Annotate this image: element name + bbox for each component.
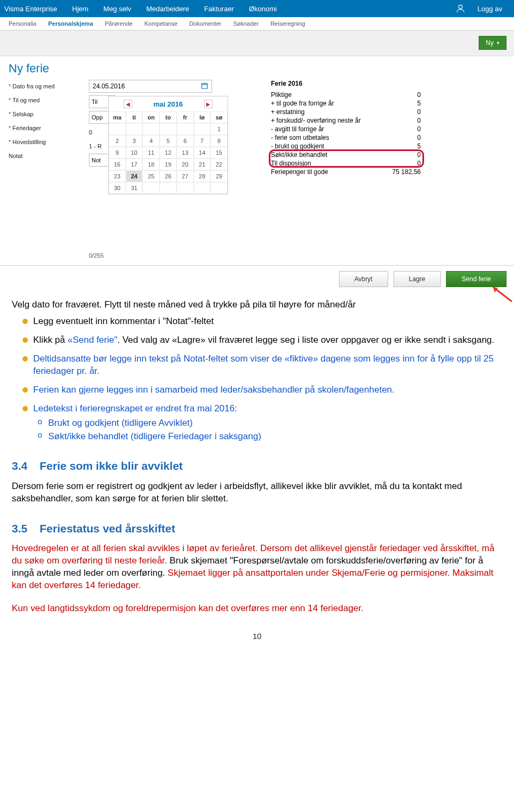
calendar-day (109, 123, 126, 135)
calendar-day[interactable]: 7 (194, 135, 211, 147)
calendar-day[interactable]: 20 (177, 159, 194, 170)
calendar-day[interactable]: 21 (194, 159, 211, 170)
calendar-day[interactable]: 27 (177, 170, 194, 182)
calendar-day[interactable]: 25 (142, 170, 160, 182)
top-nav: Visma Enterprise Hjem Meg selv Medarbeid… (0, 0, 514, 17)
subnav-personalia[interactable]: Personalia (9, 20, 36, 27)
calendar-day[interactable]: 3 (126, 135, 143, 147)
calendar-day[interactable]: 6 (177, 135, 194, 147)
subnav-dokumenter[interactable]: Dokumenter (190, 20, 222, 27)
calendar-day-head: ti (126, 111, 143, 123)
bullet-4: Ferien kan gjerne legges inn i samarbeid… (12, 384, 502, 396)
ferie-row: Til disposisjon0 (271, 159, 421, 168)
svg-point-0 (458, 5, 462, 9)
calendar-prev-icon[interactable]: ◀ (124, 100, 132, 108)
calendar-day[interactable]: 31 (126, 182, 143, 194)
calendar-day[interactable]: 5 (160, 135, 177, 147)
nav-logout[interactable]: Logg av (470, 0, 510, 17)
calendar-day-head: lø (194, 111, 211, 123)
button-row: Avbryt Lagre Send ferie (0, 266, 514, 292)
chevron-down-icon: ▾ (497, 40, 500, 46)
char-count: 0/255 (89, 252, 260, 259)
label-til-og: Til og med (9, 97, 78, 103)
calendar-grid[interactable]: mationtofrløsø12345678910111213141516171… (109, 111, 228, 194)
subnav-soknader[interactable]: Søknader (233, 20, 259, 27)
subnav-kompetanse[interactable]: Kompetanse (145, 20, 178, 27)
calendar-icon[interactable] (201, 82, 208, 91)
calendar-day[interactable]: 1 (210, 123, 228, 135)
subnav-reiseregning[interactable]: Reiseregning (270, 20, 305, 27)
section-34-body: Dersom ferie som er registrert og godkje… (12, 480, 502, 505)
calendar-day[interactable]: 4 (142, 135, 160, 147)
calendar-day-head: ma (109, 111, 126, 123)
send-ferie-button[interactable]: Send ferie (446, 271, 507, 287)
ferie-row: + forskudd/- overføring neste år0 (271, 116, 421, 125)
ferie-row: + til gode fra forrige år5 (271, 99, 421, 108)
ferie-row: - avgitt til forrige år0 (271, 125, 421, 133)
page-title: Ny ferie (0, 56, 514, 80)
calendar-day (142, 182, 160, 194)
sub-bullet-1: Brukt og godkjent (tidligere Avviklet) (33, 417, 502, 430)
label-feriedager: Feriedager (9, 125, 78, 131)
sub-nav: Personalia Personalskjema Pårørende Komp… (0, 17, 514, 31)
calendar-day-head: fr (177, 111, 194, 123)
form-area: Dato fra og med Til og med Selskap Ferie… (0, 80, 514, 262)
calendar-day[interactable]: 16 (109, 159, 126, 170)
calendar-day[interactable]: 29 (210, 170, 228, 182)
calendar-day-head: on (142, 111, 160, 123)
calendar-day[interactable]: 9 (109, 147, 126, 159)
calendar-day[interactable]: 28 (194, 170, 211, 182)
calendar-day[interactable]: 22 (210, 159, 228, 170)
calendar-day (194, 182, 211, 194)
nav-fakturaer[interactable]: Fakturaer (196, 0, 241, 17)
calendar-day[interactable]: 12 (160, 147, 177, 159)
document-text: Velg dato for fraværet. Flytt til neste … (0, 292, 514, 658)
inputs-column: 24.05.2016 Til Opp 0 1 - R Not ◀ mai 201… (89, 80, 260, 259)
calendar-next-icon[interactable]: ▶ (204, 100, 213, 108)
bullet-5: Ledetekst i ferieregnskapet er endret fr… (12, 403, 502, 443)
calendar-popup: ◀ mai 2016 ▶ mationtofrløsø1234567891011… (108, 96, 228, 194)
bullet-2: Klikk på «Send ferie". Ved valg av «Lagr… (12, 334, 502, 347)
date-from-input[interactable]: 24.05.2016 (89, 80, 212, 93)
subnav-parorende[interactable]: Pårørende (105, 20, 133, 27)
brand-label[interactable]: Visma Enterprise (4, 0, 65, 17)
calendar-day[interactable]: 13 (177, 147, 194, 159)
calendar-day[interactable]: 15 (210, 147, 228, 159)
calendar-day[interactable]: 8 (210, 135, 228, 147)
nav-okonomi[interactable]: Økonomi (241, 0, 284, 17)
calendar-day (160, 182, 177, 194)
calendar-day[interactable]: 14 (194, 147, 211, 159)
calendar-day[interactable]: 2 (109, 135, 126, 147)
sub-bullet-2: Søkt/ikke behandlet (tidligere Feriedage… (33, 431, 502, 443)
calendar-day[interactable]: 17 (126, 159, 143, 170)
date-value: 24.05.2016 (93, 82, 125, 90)
subnav-personalskjema[interactable]: Personalskjema (48, 20, 93, 27)
ferie-title: Ferie 2016 (271, 80, 421, 87)
label-dato-fra: Dato fra og med (9, 83, 78, 89)
calendar-day[interactable]: 11 (142, 147, 160, 159)
cancel-button[interactable]: Avbryt (339, 271, 388, 287)
calendar-day[interactable]: 18 (142, 159, 160, 170)
calendar-day (126, 123, 143, 135)
calendar-day[interactable]: 10 (126, 147, 143, 159)
calendar-day[interactable]: 19 (160, 159, 177, 170)
page-number: 10 (12, 631, 502, 642)
calendar-day-head: sø (210, 111, 228, 123)
user-icon (455, 3, 466, 14)
label-selskap: Selskap (9, 111, 78, 117)
new-button[interactable]: Ny▾ (479, 36, 507, 50)
ferie-summary: Ferie 2016 Pliktige0+ til gode fra forri… (271, 80, 421, 176)
label-hovedstilling: Hovedstilling (9, 139, 78, 145)
calendar-day[interactable]: 24 (126, 170, 143, 182)
calendar-day (142, 123, 160, 135)
nav-meg-selv[interactable]: Meg selv (96, 0, 139, 17)
bullet-3: Deltidsansatte bør legge inn tekst på No… (12, 353, 502, 378)
calendar-day[interactable]: 26 (160, 170, 177, 182)
save-button[interactable]: Lagre (394, 271, 441, 287)
nav-medarbeidere[interactable]: Medarbeidere (139, 0, 196, 17)
nav-hjem[interactable]: Hjem (65, 0, 96, 17)
calendar-day[interactable]: 23 (109, 170, 126, 182)
calendar-header: ◀ mai 2016 ▶ (109, 96, 228, 111)
section-34-heading: 3.4Ferie som ikke blir avviklet (12, 458, 502, 473)
calendar-day[interactable]: 30 (109, 182, 126, 194)
